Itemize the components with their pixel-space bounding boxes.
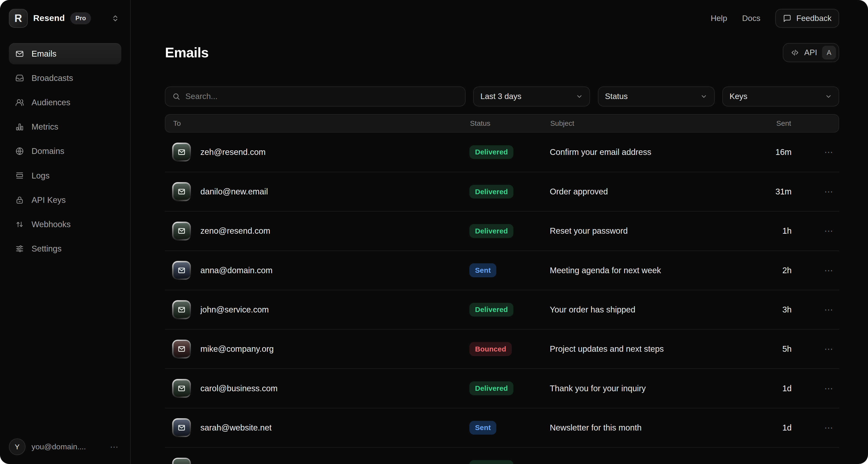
envelope-tile bbox=[172, 143, 191, 162]
table-row[interactable]: danilo@new.email Delivered Order approve… bbox=[165, 172, 839, 211]
row-menu-ellipsis-icon[interactable]: ⋯ bbox=[792, 383, 839, 394]
email-subject: Reset your password bbox=[550, 226, 758, 236]
app-window: R Resend Pro Emails Broadcasts bbox=[0, 0, 868, 464]
recipient-email: john@service.com bbox=[200, 305, 269, 314]
logo-letter: R bbox=[14, 12, 22, 24]
shortcut-key-badge: A bbox=[822, 46, 836, 60]
table-row[interactable]: anna@domain.com Sent Meeting agenda for … bbox=[165, 251, 839, 290]
code-icon bbox=[790, 48, 799, 57]
workspace-switcher[interactable]: R Resend Pro bbox=[0, 0, 130, 28]
status-badge: Delivered bbox=[469, 303, 514, 317]
api-button[interactable]: API A bbox=[783, 43, 839, 62]
user-account-row[interactable]: Y you@domain.... ⋯ bbox=[0, 431, 130, 464]
sidebar-item-logs[interactable]: Logs bbox=[9, 165, 121, 186]
status-badge: Sent bbox=[469, 263, 496, 277]
status-badge: Delivered bbox=[469, 460, 514, 464]
plan-badge: Pro bbox=[70, 12, 91, 24]
page-header: Emails API A bbox=[165, 43, 839, 62]
email-subject: Thank you for your inquiry bbox=[550, 384, 758, 393]
envelope-tile bbox=[172, 418, 191, 437]
sidebar-item-api-keys[interactable]: API Keys bbox=[9, 190, 121, 210]
sidebar: R Resend Pro Emails Broadcasts bbox=[0, 0, 131, 464]
envelope-icon bbox=[177, 266, 186, 275]
row-menu-ellipsis-icon[interactable]: ⋯ bbox=[792, 462, 839, 464]
row-menu-ellipsis-icon[interactable]: ⋯ bbox=[792, 226, 839, 236]
envelope-icon bbox=[177, 187, 186, 196]
status-badge: Delivered bbox=[469, 185, 514, 199]
search-box bbox=[165, 86, 466, 107]
search-icon bbox=[172, 92, 181, 101]
row-menu-ellipsis-icon[interactable]: ⋯ bbox=[792, 344, 839, 354]
status-badge: Delivered bbox=[469, 145, 514, 159]
sidebar-item-label: Webhooks bbox=[32, 220, 70, 229]
docs-link[interactable]: Docs bbox=[742, 14, 761, 23]
sidebar-item-settings[interactable]: Settings bbox=[9, 238, 121, 259]
status-badge: Bounced bbox=[469, 342, 512, 356]
search-input[interactable] bbox=[185, 92, 458, 101]
table-row[interactable]: john@service.com Delivered Your order ha… bbox=[165, 290, 839, 329]
help-link[interactable]: Help bbox=[711, 14, 727, 23]
sidebar-item-label: Broadcasts bbox=[32, 74, 73, 83]
envelope-icon bbox=[177, 148, 186, 156]
feedback-button[interactable]: Feedback bbox=[775, 9, 839, 28]
row-menu-ellipsis-icon[interactable]: ⋯ bbox=[792, 186, 839, 197]
date-range-filter[interactable]: Last 3 days bbox=[473, 86, 590, 107]
envelope-icon bbox=[177, 345, 186, 353]
table-row[interactable]: zeh@resend.com Delivered Confirm your em… bbox=[165, 133, 839, 172]
row-menu-ellipsis-icon[interactable]: ⋯ bbox=[792, 147, 839, 157]
sidebar-item-metrics[interactable]: Metrics bbox=[9, 116, 121, 137]
keys-filter[interactable]: Keys bbox=[722, 86, 839, 107]
sidebar-item-emails[interactable]: Emails bbox=[9, 43, 121, 64]
table-row[interactable]: zeno@resend.com Delivered Reset your pas… bbox=[165, 211, 839, 250]
table-row[interactable]: carol@business.com Delivered Thank you f… bbox=[165, 368, 839, 408]
row-menu-ellipsis-icon[interactable]: ⋯ bbox=[792, 265, 839, 276]
envelope-icon bbox=[177, 463, 186, 464]
table-row[interactable]: Delivered ⋯ bbox=[165, 447, 839, 464]
recipient-email: carol@business.com bbox=[200, 384, 278, 393]
avatar: Y bbox=[9, 438, 26, 455]
sidebar-item-label: Emails bbox=[32, 49, 57, 59]
main-content: Help Docs Feedback Emails API A bbox=[131, 0, 868, 464]
status-badge: Delivered bbox=[469, 224, 514, 238]
sidebar-item-label: Audiences bbox=[32, 98, 70, 107]
logs-icon bbox=[15, 171, 24, 180]
sent-time: 1h bbox=[758, 226, 792, 236]
status-filter[interactable]: Status bbox=[598, 86, 715, 107]
column-sent: Sent bbox=[758, 119, 791, 127]
sent-time: 5h bbox=[758, 344, 792, 354]
email-subject: Meeting agenda for next week bbox=[550, 266, 758, 275]
column-status: Status bbox=[470, 119, 550, 127]
envelope-tile bbox=[172, 300, 191, 319]
sidebar-item-webhooks[interactable]: Webhooks bbox=[9, 214, 121, 235]
status-badge: Sent bbox=[469, 421, 496, 435]
row-menu-ellipsis-icon[interactable]: ⋯ bbox=[792, 304, 839, 315]
status-badge: Delivered bbox=[469, 381, 514, 395]
sidebar-item-label: Settings bbox=[32, 244, 62, 254]
table-header: To Status Subject Sent bbox=[165, 114, 839, 133]
sent-time: 1d bbox=[758, 423, 792, 432]
sidebar-item-broadcasts[interactable]: Broadcasts bbox=[9, 68, 121, 89]
envelope-tile bbox=[172, 458, 191, 464]
user-menu-ellipsis-icon[interactable]: ⋯ bbox=[110, 442, 119, 452]
feedback-bubble-icon bbox=[783, 14, 792, 23]
page-title: Emails bbox=[165, 45, 209, 60]
email-subject: Confirm your email address bbox=[550, 147, 758, 157]
envelope-icon bbox=[177, 423, 186, 432]
email-subject: Newsletter for this month bbox=[550, 423, 758, 432]
table-row[interactable]: mike@company.org Bounced Project updates… bbox=[165, 329, 839, 368]
row-menu-ellipsis-icon[interactable]: ⋯ bbox=[792, 423, 839, 433]
sent-time: 2h bbox=[758, 266, 792, 275]
envelope-tile bbox=[172, 340, 191, 358]
envelope-tile bbox=[172, 182, 191, 201]
table-row[interactable]: sarah@website.net Sent Newsletter for th… bbox=[165, 408, 839, 447]
lock-icon bbox=[15, 195, 24, 205]
webhooks-icon bbox=[15, 220, 24, 229]
chevrons-up-down-icon[interactable] bbox=[112, 14, 119, 22]
sent-time: 31m bbox=[758, 187, 792, 196]
filter-selects: Last 3 days Status Keys bbox=[473, 86, 839, 107]
chevron-down-icon bbox=[700, 93, 708, 100]
user-email: you@domain.... bbox=[32, 442, 104, 451]
sidebar-item-domains[interactable]: Domains bbox=[9, 141, 121, 162]
column-subject: Subject bbox=[550, 119, 758, 127]
sidebar-item-audiences[interactable]: Audiences bbox=[9, 92, 121, 113]
